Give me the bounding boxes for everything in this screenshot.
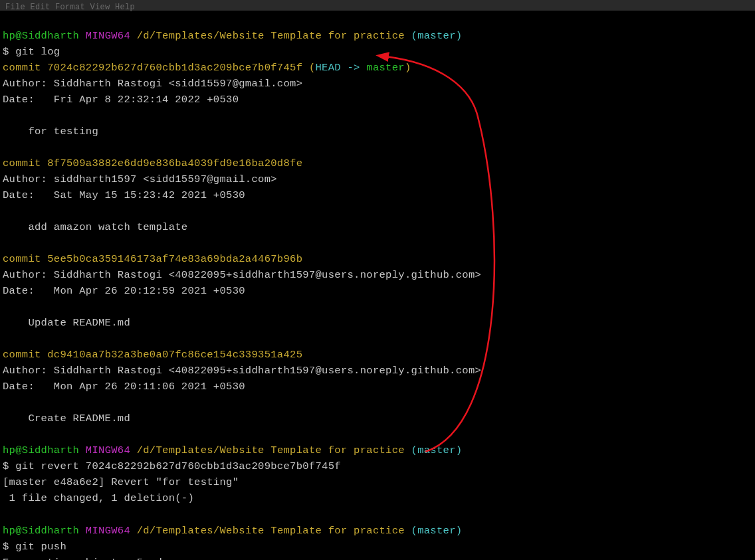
commit-author: Author: Siddharth Rastogi <40822095+sidd… (3, 269, 481, 281)
command-git-push: $ git push (3, 541, 66, 553)
commit-date: Date: Mon Apr 26 20:11:06 2021 +0530 (3, 381, 245, 393)
commit-label: commit (3, 253, 47, 265)
push-output: Enumerating objects: 5, done. (3, 557, 187, 560)
prompt-env: MINGW64 (86, 525, 130, 537)
commit-label: commit (3, 62, 47, 74)
commit-date: Date: Mon Apr 26 20:12:59 2021 +0530 (3, 285, 245, 297)
ref-close: ) (405, 62, 411, 74)
prompt-path: /d/Templates/Website Template for practi… (137, 444, 405, 456)
commit-message: for testing (3, 126, 98, 138)
commit-message: Create README.md (3, 413, 130, 424)
commit-hash: 7024c82292b627d760cbb1d3ac209bce7b0f745f (47, 62, 302, 74)
commit-hash: 5ee5b0ca359146173af74e83a69bda2a4467b96b (47, 253, 302, 265)
commit-date: Date: Fri Apr 8 22:32:14 2022 +0530 (3, 94, 239, 106)
commit-date: Date: Sat May 15 15:23:42 2021 +0530 (3, 189, 245, 201)
prompt-path: /d/Templates/Website Template for practi… (137, 525, 405, 537)
ref-open: ( (302, 62, 315, 74)
commit-label: commit (3, 157, 47, 169)
prompt-branch: (master) (411, 30, 463, 42)
commit-message: Update README.md (3, 317, 130, 329)
prompt-path: /d/Templates/Website Template for practi… (137, 30, 405, 42)
menubar[interactable]: File Edit Format View Help (0, 0, 755, 11)
command-git-revert: $ git revert 7024c82292b627d760cbb1d3ac2… (3, 460, 341, 472)
prompt-env: MINGW64 (86, 444, 130, 456)
terminal-output[interactable]: hp@Siddharth MINGW64 /d/Templates/Websit… (0, 11, 755, 560)
branch-ref: master (366, 62, 405, 74)
commit-hash: dc9410aa7b32a3be0a07fc86ce154c339351a425 (47, 349, 302, 361)
prompt-branch: (master) (411, 444, 463, 456)
prompt-user: hp@Siddharth (3, 525, 79, 537)
prompt-user: hp@Siddharth (3, 30, 79, 42)
commit-author: Author: siddharth1597 <sidd15597@gmail.c… (3, 173, 277, 185)
head-ref: HEAD -> (315, 62, 366, 74)
prompt-user: hp@Siddharth (3, 444, 79, 456)
commit-author: Author: Siddharth Rastogi <sidd15597@gma… (3, 78, 302, 90)
commit-hash: 8f7509a3882e6dd9e836ba4039fd9e16ba20d8fe (47, 157, 302, 169)
commit-author: Author: Siddharth Rastogi <40822095+sidd… (3, 365, 481, 377)
revert-output: [master e48a6e2] Revert "for testing" (3, 476, 239, 488)
commit-message: add amazon watch template (3, 221, 187, 233)
prompt-branch: (master) (411, 525, 463, 537)
revert-output: 1 file changed, 1 deletion(-) (3, 492, 194, 504)
command-git-log: $ git log (3, 46, 60, 58)
prompt-env: MINGW64 (86, 30, 130, 42)
commit-label: commit (3, 349, 47, 361)
